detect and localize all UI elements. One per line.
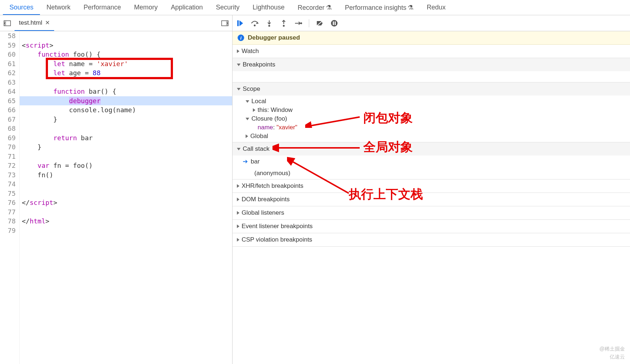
scope-panel-header[interactable]: Scope: [233, 82, 630, 96]
tab-memory[interactable]: Memory: [128, 0, 164, 15]
close-icon[interactable]: ✕: [45, 19, 50, 26]
file-tab[interactable]: test.html ✕: [15, 15, 54, 31]
dom-panel-header[interactable]: DOM breakpoints: [233, 193, 630, 206]
watch-panel-header[interactable]: Watch: [233, 45, 630, 58]
breakpoints-panel-header[interactable]: Breakpoints: [233, 58, 630, 71]
svg-point-8: [300, 22, 302, 24]
svg-rect-12: [335, 21, 336, 25]
scope-this[interactable]: this: Window: [243, 106, 626, 114]
step-out-icon[interactable]: [280, 19, 288, 27]
svg-point-7: [283, 25, 285, 27]
debugger-toolbar: [233, 15, 630, 31]
svg-point-10: [331, 20, 338, 27]
toggle-debugger-icon[interactable]: [220, 18, 230, 28]
tab-performance[interactable]: Performance: [77, 0, 128, 15]
tab-lighthouse[interactable]: Lighthouse: [246, 0, 291, 15]
deactivate-breakpoints-icon[interactable]: [316, 19, 324, 27]
scope-global[interactable]: Global: [243, 132, 626, 141]
global-listeners-panel-header[interactable]: Global listeners: [233, 206, 630, 219]
tab-application[interactable]: Application: [164, 0, 209, 15]
source-pane: test.html ✕ 5859606162636465666768697071…: [0, 15, 233, 364]
current-frame-icon: ➔: [243, 158, 248, 165]
tab-recorder[interactable]: Recorder⚗: [291, 0, 338, 15]
svg-rect-4: [237, 20, 239, 26]
paused-label: Debugger paused: [248, 34, 300, 41]
devtools-tabs: Sources Network Performance Memory Appli…: [0, 0, 630, 15]
scope-closure[interactable]: Closure (foo): [243, 114, 626, 123]
tab-network[interactable]: Network: [40, 0, 77, 15]
watermark-2: 亿速云: [610, 354, 625, 360]
svg-point-6: [268, 25, 270, 27]
svg-point-5: [254, 24, 256, 26]
resume-icon[interactable]: [236, 19, 244, 27]
file-bar: test.html ✕: [0, 15, 232, 31]
tab-redux[interactable]: Redux: [420, 0, 452, 15]
toggle-navigator-icon[interactable]: [2, 18, 12, 28]
scope-local[interactable]: Local: [243, 97, 626, 106]
debugger-pane: i Debugger paused Watch Breakpoints Scop…: [233, 15, 630, 364]
scope-closure-name[interactable]: name: "xavier": [243, 123, 626, 132]
paused-banner: i Debugger paused: [233, 31, 630, 45]
info-icon: i: [238, 35, 244, 41]
beaker-icon: ⚗: [326, 4, 332, 12]
step-icon[interactable]: [294, 19, 302, 27]
step-over-icon[interactable]: [251, 19, 259, 27]
tab-security[interactable]: Security: [209, 0, 246, 15]
callstack-bar[interactable]: ➔bar: [233, 155, 630, 167]
step-into-icon[interactable]: [265, 19, 273, 27]
svg-rect-11: [333, 21, 334, 25]
code-editor[interactable]: 5859606162636465666768697071727374757677…: [0, 31, 232, 364]
pause-exceptions-icon[interactable]: [330, 19, 338, 27]
csp-panel-header[interactable]: CSP violation breakpoints: [233, 233, 630, 246]
tab-performance-insights[interactable]: Performance insights⚗: [338, 0, 420, 15]
line-gutter: 5859606162636465666768697071727374757677…: [0, 31, 20, 364]
tab-sources[interactable]: Sources: [3, 0, 40, 15]
watermark-1: @稀土掘金: [599, 346, 625, 352]
callstack-panel-header[interactable]: Call stack: [233, 142, 630, 155]
file-name: test.html: [19, 19, 42, 27]
event-listener-panel-header[interactable]: Event listener breakpoints: [233, 220, 630, 233]
callstack-anonymous[interactable]: (anonymous): [233, 167, 630, 179]
beaker-icon: ⚗: [408, 4, 413, 12]
xhr-panel-header[interactable]: XHR/fetch breakpoints: [233, 179, 630, 193]
code-content[interactable]: <script> function foo() { let name = 'xa…: [20, 31, 232, 364]
